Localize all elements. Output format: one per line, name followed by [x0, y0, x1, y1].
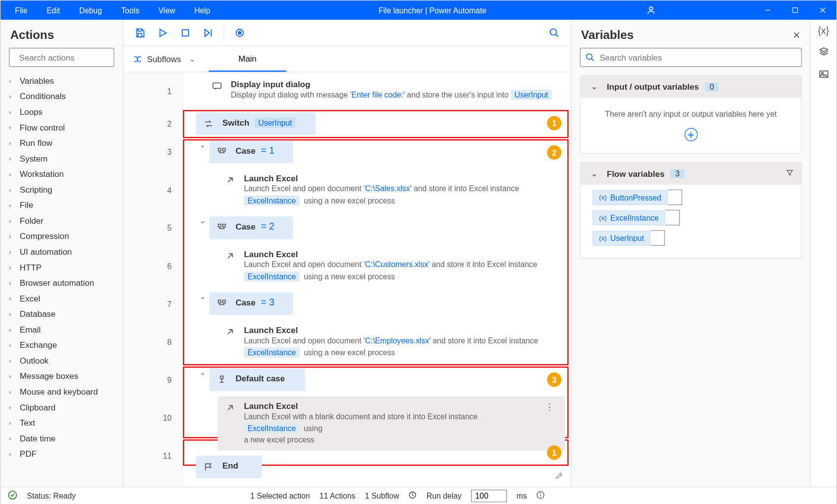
action-category-system[interactable]: ›System [4, 151, 119, 167]
chevron-right-icon: › [9, 450, 15, 458]
chevron-right-icon: › [9, 93, 15, 100]
clock-icon [408, 491, 417, 501]
action-category-ui-automation[interactable]: ›UI automation [4, 244, 119, 260]
action-category-file[interactable]: ›File [4, 197, 119, 213]
stack-rail-icon[interactable] [818, 46, 829, 59]
action-category-text[interactable]: ›Text [4, 415, 119, 431]
chevron-right-icon: › [9, 77, 15, 85]
step-row[interactable]: ⌄Default case [189, 366, 565, 394]
action-category-conditionals[interactable]: ›Conditionals [4, 89, 119, 104]
main-area: Subflows ⌄ Main 1234567891011 1 2 3 1 [123, 20, 571, 487]
action-category-exchange[interactable]: ›Exchange [4, 337, 119, 353]
account-area[interactable] [646, 5, 754, 15]
window-title: File launcher | Power Automate [219, 6, 646, 15]
actions-search-input[interactable] [19, 53, 124, 62]
svg-point-33 [540, 493, 541, 494]
step-row[interactable]: ⌄Case = 2 [189, 214, 565, 242]
action-category-email[interactable]: ›Email [4, 322, 119, 337]
chevron-right-icon: › [9, 139, 15, 147]
chevron-right-icon: › [9, 279, 15, 287]
flow-variable-buttonpressed[interactable]: (x)ButtonPressed [593, 190, 789, 205]
chevron-down-icon[interactable]: ⌄ [196, 216, 209, 225]
step-row[interactable]: ⌄Case = 3 [189, 290, 565, 318]
variables-search-input[interactable] [600, 53, 801, 62]
svg-rect-17 [218, 148, 221, 151]
close-panel-button[interactable]: ✕ [793, 29, 801, 40]
delay-input[interactable] [471, 490, 507, 502]
menu-debug[interactable]: Debug [71, 2, 110, 18]
action-category-outlook[interactable]: ›Outlook [4, 353, 119, 369]
action-category-loops[interactable]: ›Loops [4, 104, 119, 120]
step-row[interactable]: Launch ExcelLaunch Excel and open docume… [189, 242, 565, 290]
action-category-mouse-and-keyboard[interactable]: ›Mouse and keyboard [4, 384, 119, 400]
svg-line-15 [556, 34, 558, 36]
chevron-right-icon: › [9, 295, 15, 302]
menu-tools[interactable]: Tools [113, 2, 148, 18]
actions-title: Actions [0, 20, 123, 48]
step-row[interactable]: Launch ExcelLaunch Excel and open docume… [189, 318, 565, 366]
action-category-scripting[interactable]: ›Scripting [4, 182, 119, 198]
step-row[interactable]: Switch UserInput [189, 110, 565, 138]
status-subflow: 1 Subflow [365, 492, 399, 501]
action-category-run-flow[interactable]: ›Run flow [4, 135, 119, 151]
status-actions: 11 Actions [320, 492, 356, 501]
action-category-date-time[interactable]: ›Date time [4, 431, 119, 446]
action-category-pdf[interactable]: ›PDF [4, 446, 119, 462]
dialog-icon [212, 81, 223, 92]
action-category-clipboard[interactable]: ›Clipboard [4, 400, 119, 415]
images-rail-icon[interactable] [818, 69, 829, 82]
io-variables-header[interactable]: ⌄ Input / output variables 0 [580, 76, 801, 98]
step-button[interactable] [199, 23, 218, 42]
actions-panel: Actions ›Variables›Conditionals›Loops›Fl… [0, 20, 123, 487]
menu-file[interactable]: File [6, 2, 35, 18]
minimize-button[interactable] [754, 0, 781, 20]
flow-variable-excelinstance[interactable]: (x)ExcelInstance [593, 210, 789, 226]
step-row[interactable]: ⌄Case = 1 [189, 138, 565, 166]
filter-icon[interactable] [786, 168, 794, 179]
launch-icon [225, 250, 235, 261]
svg-rect-23 [221, 376, 223, 378]
flow-variables-header[interactable]: ⌄ Flow variables 3 [580, 163, 801, 185]
action-category-compression[interactable]: ›Compression [4, 229, 119, 244]
chevron-down-icon[interactable]: ⌄ [196, 292, 209, 301]
action-category-http[interactable]: ›HTTP [4, 260, 119, 275]
subflows-button[interactable]: Subflows ⌄ [123, 46, 208, 71]
action-category-database[interactable]: ›Database [4, 306, 119, 322]
step-row[interactable]: Launch ExcelLaunch Excel and open docume… [189, 166, 565, 214]
svg-rect-21 [218, 300, 221, 302]
actions-search[interactable] [9, 48, 114, 67]
menu-edit[interactable]: Edit [38, 2, 68, 18]
action-category-workstation[interactable]: ›Workstation [4, 166, 119, 182]
action-category-variables[interactable]: ›Variables [4, 73, 119, 89]
add-variable-button[interactable]: + [684, 128, 698, 141]
chevron-down-icon[interactable]: ⌄ [196, 369, 209, 377]
variables-search[interactable] [580, 48, 802, 67]
info-icon[interactable] [536, 491, 545, 501]
save-button[interactable] [131, 23, 150, 42]
step-row[interactable]: End [189, 453, 565, 481]
search-flow-button[interactable] [545, 23, 564, 42]
close-button[interactable] [809, 0, 837, 20]
step-row[interactable]: Display input dialogDisplay input dialog… [189, 72, 565, 110]
chevron-right-icon: › [9, 170, 15, 178]
menu-view[interactable]: View [150, 2, 184, 18]
flow-variable-userinput[interactable]: (x)UserInput [593, 230, 789, 246]
chevron-down-icon[interactable]: ⌄ [196, 140, 209, 149]
line-number: 4 [123, 166, 182, 214]
maximize-button[interactable] [781, 0, 809, 20]
svg-point-13 [238, 31, 241, 34]
menu-help[interactable]: Help [186, 2, 218, 18]
action-category-message-boxes[interactable]: ›Message boxes [4, 369, 119, 384]
run-button[interactable] [153, 23, 172, 42]
tab-main[interactable]: Main [208, 46, 286, 71]
search-icon [585, 53, 595, 62]
more-icon[interactable]: ⋮ [541, 401, 558, 412]
action-category-flow-control[interactable]: ›Flow control [4, 120, 119, 135]
action-category-folder[interactable]: ›Folder [4, 213, 119, 229]
action-category-browser-automation[interactable]: ›Browser automation [4, 275, 119, 291]
action-category-excel[interactable]: ›Excel [4, 291, 119, 306]
record-button[interactable] [230, 23, 249, 42]
stop-button[interactable] [176, 23, 195, 42]
step-row[interactable]: Launch ExcelLaunch Excel with a blank do… [189, 394, 565, 453]
variables-rail-icon[interactable]: {x} [818, 26, 829, 36]
